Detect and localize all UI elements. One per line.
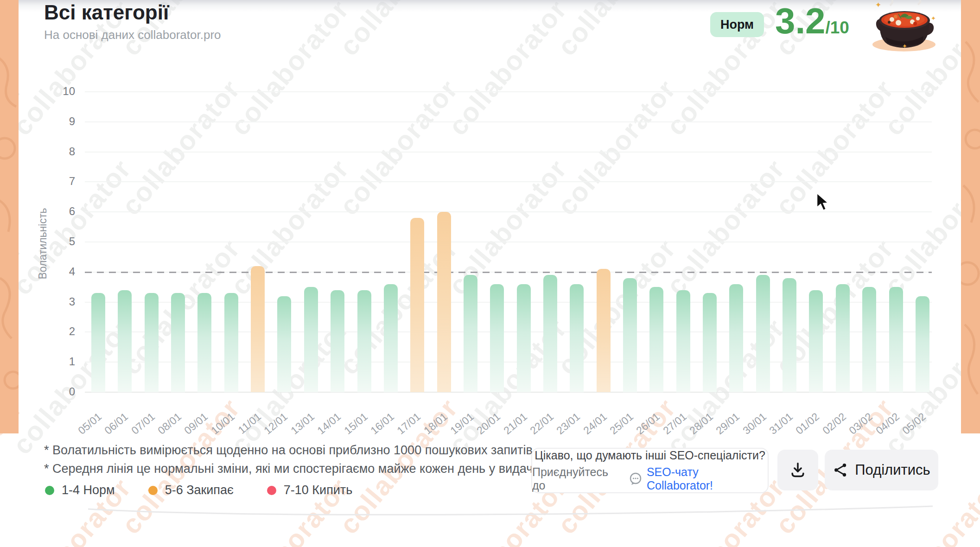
gridline-1	[85, 362, 932, 363]
chart-bar-11/01[interactable]	[251, 266, 265, 392]
borscht-pot-icon: ✦ ✦ ✦	[872, 0, 941, 54]
gridline-5	[85, 242, 932, 242]
chart-bar-05/02[interactable]	[916, 296, 929, 392]
chart-bar-07/01[interactable]	[145, 293, 159, 392]
y-axis-tick-4: 4	[47, 265, 75, 278]
doodle-pattern-right	[961, 0, 980, 433]
share-button[interactable]: Поділитись	[825, 450, 938, 490]
svg-text:✦: ✦	[875, 1, 881, 9]
gridline-9	[85, 121, 932, 122]
cta-join-line: Приєднуйтесь до SEO-чату Collaborator!	[532, 465, 768, 492]
gridline-8	[85, 152, 932, 153]
y-axis-tick-6: 6	[47, 205, 75, 218]
doodle-pattern-left	[0, 0, 19, 433]
watermark-text: collaborator	[551, 73, 681, 221]
chart-bar-13/01[interactable]	[304, 287, 318, 392]
gridline-7	[85, 181, 932, 182]
legend-label-0: 1-4 Норм	[62, 483, 115, 497]
chart-bar-17/01[interactable]	[410, 218, 424, 392]
chart-legend: 1-4 Норм5-6 Закипає7-10 Кипить	[45, 483, 352, 497]
chart-bar-28/01[interactable]	[703, 293, 717, 392]
watermark-text: collaborator	[660, 153, 790, 300]
chart-bar-23/01[interactable]	[570, 284, 584, 392]
chart-bar-26/01[interactable]	[649, 287, 663, 392]
watermark-text: collaborator	[224, 153, 355, 300]
y-axis-tick-1: 1	[47, 355, 75, 368]
y-axis-tick-8: 8	[47, 145, 75, 158]
chart-bar-05/01[interactable]	[91, 293, 105, 392]
cta-question: Цікаво, що думають інші SEO-спеціалісти?	[535, 449, 765, 462]
mouse-cursor	[815, 192, 834, 212]
seo-chat-link[interactable]: SEO-чату Collaborator!	[647, 465, 768, 492]
score-value: 3.2	[775, 3, 825, 39]
page-title: Всі категорії	[44, 1, 169, 24]
gridline-10	[85, 91, 932, 92]
watermark-text: collaborator	[333, 73, 464, 221]
footer-divider	[0, 502, 980, 522]
seo-chat-cta: Цікаво, що думають інші SEO-спеціалісти?…	[531, 448, 769, 493]
legend-item-1: 5-6 Закипає	[148, 483, 234, 497]
chart-bar-03/02[interactable]	[862, 287, 876, 392]
legend-dot-2	[267, 486, 276, 495]
share-button-label: Поділитись	[855, 462, 930, 478]
legend-item-0: 1-4 Норм	[45, 483, 115, 497]
status-badge: Норм	[710, 12, 764, 37]
watermark-text: collaborator	[224, 0, 355, 141]
y-axis-tick-7: 7	[47, 175, 75, 188]
chart-bar-12/01[interactable]	[277, 296, 291, 392]
chart-bar-27/01[interactable]	[676, 290, 690, 392]
chart-bar-01/02[interactable]	[809, 290, 823, 392]
chart-bar-20/01[interactable]	[490, 284, 504, 392]
y-axis-tick-9: 9	[47, 115, 75, 128]
y-axis-title: Волатильність	[37, 193, 49, 295]
gridline-2	[85, 331, 932, 332]
chart-bar-18/01[interactable]	[437, 212, 451, 392]
chart-bar-31/01[interactable]	[783, 278, 796, 392]
download-button[interactable]	[777, 450, 818, 490]
chart-bar-16/01[interactable]	[384, 284, 398, 392]
chart-bar-04/02[interactable]	[889, 287, 903, 392]
legend-item-2: 7-10 Кипить	[267, 483, 353, 497]
score: 3.2 /10	[775, 3, 849, 39]
y-axis-tick-2: 2	[47, 325, 75, 338]
chart-bar-19/01[interactable]	[464, 275, 477, 392]
left-decor-band	[0, 0, 19, 433]
chart-bar-25/01[interactable]	[623, 278, 637, 392]
chart-bar-29/01[interactable]	[729, 284, 743, 392]
svg-text:✦: ✦	[902, 43, 907, 50]
legend-label-2: 7-10 Кипить	[284, 483, 353, 497]
chart-bar-02/02[interactable]	[836, 284, 850, 392]
page-subtitle: На основі даних collaborator.pro	[44, 28, 221, 42]
chart-bar-09/01[interactable]	[197, 293, 211, 392]
share-nodes-icon	[833, 462, 848, 478]
svg-text:✦: ✦	[931, 15, 936, 22]
chart-bar-15/01[interactable]	[357, 290, 371, 392]
cta-join-prefix: Приєднуйтесь до	[532, 465, 624, 492]
y-axis-tick-5: 5	[47, 235, 75, 248]
gridline-6	[85, 211, 932, 212]
chart-bar-08/01[interactable]	[171, 293, 185, 392]
y-axis-tick-3: 3	[47, 295, 75, 308]
chart-bar-24/01[interactable]	[597, 269, 611, 392]
chart-bar-06/01[interactable]	[118, 290, 132, 392]
watermark-text: collaborator	[769, 73, 899, 221]
volatility-widget: collaboratorcollaboratorcollaboratorcoll…	[0, 0, 980, 547]
chart-bar-21/01[interactable]	[517, 284, 531, 392]
legend-label-1: 5-6 Закипає	[165, 483, 234, 497]
footnote-2: * Середня лінія це нормальні зміни, які …	[44, 462, 535, 476]
chart-bar-22/01[interactable]	[543, 275, 557, 392]
y-axis-tick-10: 10	[47, 85, 75, 98]
right-decor-band	[961, 0, 980, 433]
gridline-3	[85, 302, 932, 303]
watermark-text: collaborator	[442, 0, 573, 141]
gridline-0	[85, 392, 932, 393]
chart-bar-10/01[interactable]	[224, 293, 238, 392]
legend-dot-0	[45, 486, 54, 495]
footnote-1: * Волатильність вимірюється щоденно на о…	[44, 443, 536, 458]
chart-bar-14/01[interactable]	[331, 290, 344, 392]
y-axis-tick-0: 0	[47, 385, 75, 398]
threshold-line	[85, 272, 932, 273]
score-max: /10	[825, 19, 849, 36]
chart-bar-30/01[interactable]	[756, 275, 770, 392]
legend-dot-1	[148, 486, 158, 495]
